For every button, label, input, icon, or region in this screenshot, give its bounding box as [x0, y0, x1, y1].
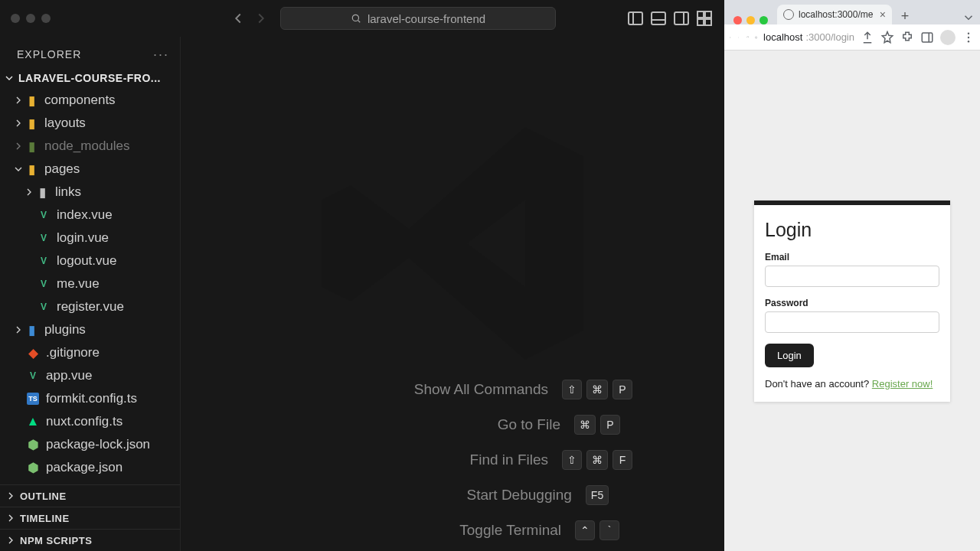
folder-plugins[interactable]: ▮plugins	[0, 318, 180, 341]
folder-icon: ▮	[24, 323, 38, 337]
customize-layout-icon[interactable]	[695, 9, 714, 28]
chrome-window: localhost:3000/me × + localhost:3000/log…	[724, 0, 980, 551]
tabstrip: localhost:3000/me × +	[724, 0, 980, 24]
file-app-vue[interactable]: Vapp.vue	[0, 364, 180, 387]
file-nuxt-config[interactable]: ▲nuxt.config.ts	[0, 410, 180, 433]
close-dot[interactable]	[733, 16, 742, 24]
svg-rect-3	[652, 12, 665, 24]
shortcut-find-in-files: Find in Files ⇧⌘F	[273, 450, 632, 470]
vscode-watermark-icon	[307, 98, 598, 392]
ts-icon: TS	[26, 392, 40, 406]
close-dot[interactable]	[11, 14, 20, 23]
shortcut-toggle-terminal: Toggle Terminal ⌃`	[286, 520, 619, 540]
tab-dropdown-icon[interactable]	[962, 11, 975, 24]
vue-icon: V	[26, 369, 40, 383]
site-info-icon[interactable]	[755, 31, 757, 44]
svg-rect-9	[697, 19, 704, 25]
git-icon: ◆	[26, 346, 40, 360]
npm-scripts-section[interactable]: NPM SCRIPTS	[0, 529, 180, 551]
folder-node-modules[interactable]: ▮node_modules	[0, 135, 180, 158]
folder-open-icon: ▮	[24, 162, 38, 176]
folder-layouts[interactable]: ▮layouts	[0, 112, 180, 135]
titlebar: laravel-course-frontend	[0, 0, 724, 37]
file-me-vue[interactable]: Vme.vue	[0, 272, 180, 295]
back-icon[interactable]	[729, 31, 731, 44]
vue-icon: V	[37, 208, 51, 222]
reload-icon[interactable]	[746, 31, 749, 44]
file-formkit-config[interactable]: TSformkit.config.ts	[0, 387, 180, 410]
vue-icon: V	[37, 300, 51, 314]
search-icon	[351, 13, 361, 24]
chevron-right-icon	[12, 324, 24, 336]
chevron-right-icon	[12, 117, 24, 129]
toggle-primary-sidebar-icon[interactable]	[626, 9, 645, 28]
register-prompt: Don't have an account? Register now!	[765, 378, 939, 390]
svg-rect-7	[697, 11, 704, 18]
project-label: LARAVEL-COURSE-FRO...	[18, 72, 161, 84]
bookmark-icon[interactable]	[880, 31, 894, 44]
forward-icon[interactable]	[253, 10, 270, 27]
side-panel-icon[interactable]	[920, 31, 934, 44]
folder-icon: ▮	[24, 93, 38, 107]
folder-components[interactable]: ▮components	[0, 89, 180, 112]
file-login-vue[interactable]: Vlogin.vue	[0, 227, 180, 249]
forward-icon[interactable]	[737, 31, 740, 44]
shortcut-all-commands: Show All Commands ⇧⌘P	[273, 380, 632, 399]
share-icon[interactable]	[861, 31, 874, 44]
extensions-icon[interactable]	[900, 31, 914, 44]
chevron-right-icon	[5, 490, 17, 502]
file-package-lock[interactable]: ⬢package-lock.json	[0, 433, 180, 456]
profile-avatar[interactable]	[940, 30, 956, 45]
minimize-dot[interactable]	[26, 14, 35, 23]
menu-icon[interactable]	[962, 31, 975, 44]
new-tab-button[interactable]: +	[897, 8, 913, 24]
project-name: laravel-course-frontend	[368, 12, 485, 25]
traffic-lights	[733, 16, 768, 24]
timeline-section[interactable]: TIMELINE	[0, 507, 180, 529]
json-icon: ⬢	[26, 438, 40, 452]
project-root[interactable]: LARAVEL-COURSE-FRO...	[0, 69, 180, 89]
toggle-panel-icon[interactable]	[649, 9, 668, 28]
file-logout-vue[interactable]: Vlogout.vue	[0, 249, 180, 272]
fullscreen-dot[interactable]	[41, 14, 51, 23]
register-link[interactable]: Register now!	[872, 378, 933, 390]
folder-pages[interactable]: ▮pages	[0, 158, 180, 181]
file-register-vue[interactable]: Vregister.vue	[0, 295, 180, 318]
browser-tab[interactable]: localhost:3000/me ×	[777, 5, 892, 24]
svg-rect-5	[675, 12, 688, 24]
shortcut-go-to-file: Go to File ⌘P	[285, 415, 620, 435]
traffic-lights	[11, 14, 51, 23]
file-package-json[interactable]: ⬢package.json	[0, 456, 180, 479]
close-tab-icon[interactable]: ×	[880, 8, 886, 21]
file-gitignore[interactable]: ◆.gitignore	[0, 341, 180, 364]
outline-section[interactable]: OUTLINE	[0, 484, 180, 507]
fullscreen-dot[interactable]	[760, 16, 768, 24]
history-nav	[230, 10, 270, 27]
chevron-right-icon	[12, 94, 24, 106]
back-icon[interactable]	[230, 10, 247, 27]
minimize-dot[interactable]	[746, 16, 755, 24]
svg-point-17	[968, 36, 969, 37]
tab-title: localhost:3000/me	[799, 9, 873, 20]
email-field[interactable]	[765, 266, 939, 287]
login-button[interactable]: Login	[765, 344, 814, 367]
explorer-more-icon[interactable]: ···	[153, 47, 169, 61]
folder-icon: ▮	[24, 139, 38, 153]
login-card: Login Email Password Login Don't have an…	[754, 201, 950, 402]
file-index-vue[interactable]: Vindex.vue	[0, 204, 180, 227]
nuxt-icon: ▲	[26, 415, 40, 429]
command-center[interactable]: laravel-course-frontend	[280, 7, 556, 30]
url-field[interactable]: localhost:3000/login	[763, 31, 854, 43]
svg-point-18	[968, 41, 969, 42]
folder-icon: ▮	[24, 116, 38, 130]
chevron-right-icon	[12, 140, 24, 152]
password-field[interactable]	[765, 311, 939, 333]
email-label: Email	[765, 252, 939, 262]
chevron-right-icon	[5, 534, 17, 546]
svg-rect-8	[705, 11, 711, 18]
svg-rect-1	[629, 12, 642, 24]
vue-icon: V	[37, 254, 51, 268]
svg-rect-14	[922, 33, 933, 42]
folder-links[interactable]: ▮links	[0, 181, 180, 204]
toggle-secondary-sidebar-icon[interactable]	[672, 9, 691, 28]
